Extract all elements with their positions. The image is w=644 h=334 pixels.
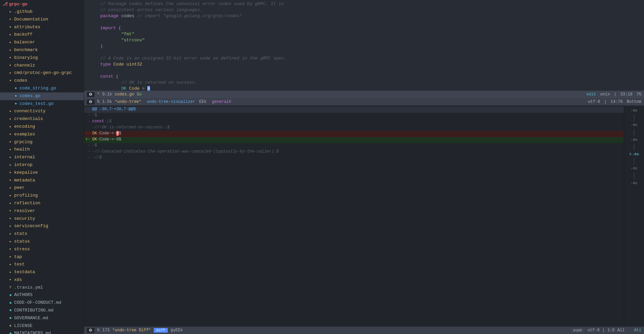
sidebar-item-maintainers[interactable]: ■ MAINTAINERS.md xyxy=(0,330,84,334)
folder-icon: ▸ xyxy=(8,247,13,252)
sidebar-item-peer[interactable]: ▸ peer xyxy=(0,184,84,192)
code-line xyxy=(84,68,644,74)
sidebar-item-label: security xyxy=(14,215,35,222)
sidebar-item-label: resolver xyxy=(14,208,35,215)
buf-indicator: ❶ xyxy=(87,92,94,97)
sidebar-item-label: balancer xyxy=(14,39,35,46)
sidebar-item-codes-test-go[interactable]: ◆ codes_test.go xyxy=(0,100,84,108)
sidebar-item-metadata[interactable]: ▸ metadata xyxy=(0,177,84,184)
code-line: ) xyxy=(84,44,644,50)
sidebar-item-resolver[interactable]: ▸ resolver xyxy=(0,207,84,215)
position: 33:18 xyxy=(620,92,633,97)
sidebar-item-status[interactable]: ▸ status xyxy=(0,238,84,246)
diff-header-line: @@ -30,7·+30,7·@@$ xyxy=(84,107,624,113)
file-icon: ◆ xyxy=(13,101,18,106)
diff-button[interactable]: Diff xyxy=(154,328,168,333)
diff-text: const·($ xyxy=(92,119,112,125)
sidebar-item-credentials[interactable]: ▸ credentials xyxy=(0,115,84,123)
sidebar-item-codes[interactable]: ▾ codes xyxy=(0,77,84,85)
sidebar-item-benchmark[interactable]: ▸ benchmark xyxy=(0,46,84,54)
sidebar-item-attributes[interactable]: ▸ attributes xyxy=(0,24,84,31)
sidebar-item-travis[interactable]: Y .travis.yml xyxy=(0,284,84,292)
statusbar-pane3: ❸ % 173 *undo-tree Diff* Diff ψyEEk popb… xyxy=(84,327,644,334)
diff-context-line: · ·$ xyxy=(84,143,624,149)
popb-button[interactable]: popb xyxy=(571,328,585,333)
sidebar-item-stats[interactable]: ▸ stats xyxy=(0,230,84,238)
folder-icon: ▸ xyxy=(8,255,13,259)
sidebar-item-label: code_string.go xyxy=(20,85,56,92)
diff-context-line: ·//·OK·is·returned·on·success.·$ xyxy=(84,125,624,131)
sidebar-item-label: grpclog xyxy=(14,139,33,146)
sidebar-item-code-of-conduct[interactable]: ■ CODE-OF-CONDUCT.md xyxy=(0,299,84,307)
sidebar-item-channelz[interactable]: ▸ channelz xyxy=(0,62,84,70)
sidebar-item-label: examples xyxy=(14,131,35,138)
sidebar-item-serviceconfig[interactable]: ▸ serviceconfig xyxy=(0,222,84,230)
sidebar-item-examples[interactable]: ▸ examples xyxy=(0,131,84,138)
sidebar-item-profiling[interactable]: ▸ profiling xyxy=(0,192,84,200)
sidebar-item-balancer[interactable]: ▸ balancer xyxy=(0,39,84,46)
sidebar-item-contributing[interactable]: ■ CONTRIBUTING.md xyxy=(0,307,84,315)
code-line: "fmt" xyxy=(84,32,644,38)
folder-icon: ▸ xyxy=(8,178,13,183)
sidebar-item-github[interactable]: ▸ .github xyxy=(0,8,84,16)
sidebar-project-name: grpc-go xyxy=(9,2,28,7)
sidebar-item-test[interactable]: ▸ test xyxy=(0,261,84,268)
sidebar-item-backoff[interactable]: ▸ backoff xyxy=(0,31,84,39)
sidebar-item-label: codes_test.go xyxy=(20,100,53,108)
folder-icon: ▸ xyxy=(8,109,13,114)
statusbar-pane2: ❷ % 1.5k *undo-tree* undo-tree-visualize… xyxy=(84,98,644,106)
buf-num: ❶ xyxy=(89,92,92,97)
md-icon: ■ xyxy=(8,301,13,305)
code-line: type Code uint32 xyxy=(84,62,644,68)
sidebar-item-label: channelz xyxy=(14,62,35,69)
undo-time-6s: -6s xyxy=(631,166,638,171)
sidebar-item-label: health xyxy=(14,146,30,153)
sidebar-item-binarylog[interactable]: ▸ binarylog xyxy=(0,54,84,62)
folder-icon: ▸ xyxy=(8,194,13,198)
sidebar-item-reflection[interactable]: ▸ reflection xyxy=(0,200,84,207)
sidebar-item-xds[interactable]: ▸ xds xyxy=(0,276,84,284)
sidebar-item-connectivity[interactable]: ▸ connectivity xyxy=(0,108,84,115)
sidebar-item-label: stats xyxy=(14,231,27,238)
sidebar-item-health[interactable]: ▸ health xyxy=(0,146,84,154)
sidebar-item-license[interactable]: ◈ LICENSE xyxy=(0,322,84,330)
diff-text: ·//$ xyxy=(92,155,102,161)
diff-context-line: · ·//·Canceled·indicates·the·operation·w… xyxy=(84,149,624,155)
sidebar-item-label: profiling xyxy=(14,192,38,199)
sidebar-item-interop[interactable]: ▸ interop xyxy=(0,161,84,169)
folder-icon: ▸ xyxy=(8,232,13,237)
sidebar-item-security[interactable]: ▸ security xyxy=(0,215,84,223)
sidebar-item-authors[interactable]: ■ AUTHORS xyxy=(0,291,84,299)
folder-icon: ▸ xyxy=(8,117,13,122)
editor-pane-1: // Package codes defines the canonical e… xyxy=(84,0,644,91)
undo-connector xyxy=(634,173,634,179)
folder-icon: ▸ xyxy=(8,209,13,213)
doc-icon: ◈ xyxy=(8,324,13,328)
folder-open-icon: ▾ xyxy=(8,79,13,83)
git-icon: ⎇ xyxy=(3,1,8,7)
sidebar-item-documentation[interactable]: ▸ Documentation xyxy=(0,16,84,24)
sidebar-item-encoding[interactable]: ▸ encoding xyxy=(0,123,84,131)
sidebar-item-codes-go[interactable]: ◆ codes.go xyxy=(0,92,84,100)
code-line xyxy=(84,50,644,56)
sidebar-item-tap[interactable]: ▸ tap xyxy=(0,253,84,261)
folder-icon: ▸ xyxy=(8,155,13,160)
diff-content[interactable]: @@ -30,7·+30,7·@@$ · ·$ · const·($ xyxy=(84,106,624,327)
undo-active-label: -0s xyxy=(632,152,639,156)
sidebar-item-keepalive[interactable]: ▸ keepalive xyxy=(0,169,84,177)
doc-icon: ■ xyxy=(8,293,13,298)
sidebar-item-governance[interactable]: ■ GOVERNANCE.md xyxy=(0,315,84,322)
sidebar-item-grpclog[interactable]: ▸ grpclog xyxy=(0,138,84,146)
undo-time-0s-2: -0s xyxy=(631,123,638,128)
sidebar-item-testdata[interactable]: ▸ testdata xyxy=(0,268,84,276)
sidebar-item-code-string-go[interactable]: ◆ code_string.go xyxy=(0,85,84,92)
sidebar-item-label: MAINTAINERS.md xyxy=(14,330,51,334)
sidebar-item-internal[interactable]: ▸ internal xyxy=(0,154,84,161)
sidebar-item-label: codes xyxy=(14,77,27,84)
code-content-1[interactable]: // Package codes defines the canonical e… xyxy=(84,0,644,91)
sidebar-item-label: metadata xyxy=(14,177,35,184)
sidebar-item-label: tap xyxy=(14,254,22,261)
sidebar-item-cmd[interactable]: ▸ cmd/protoc-gen-go-grpc xyxy=(0,69,84,77)
sidebar-item-stress[interactable]: ▸ stress xyxy=(0,246,84,253)
diff-text: ·$ xyxy=(92,143,97,149)
